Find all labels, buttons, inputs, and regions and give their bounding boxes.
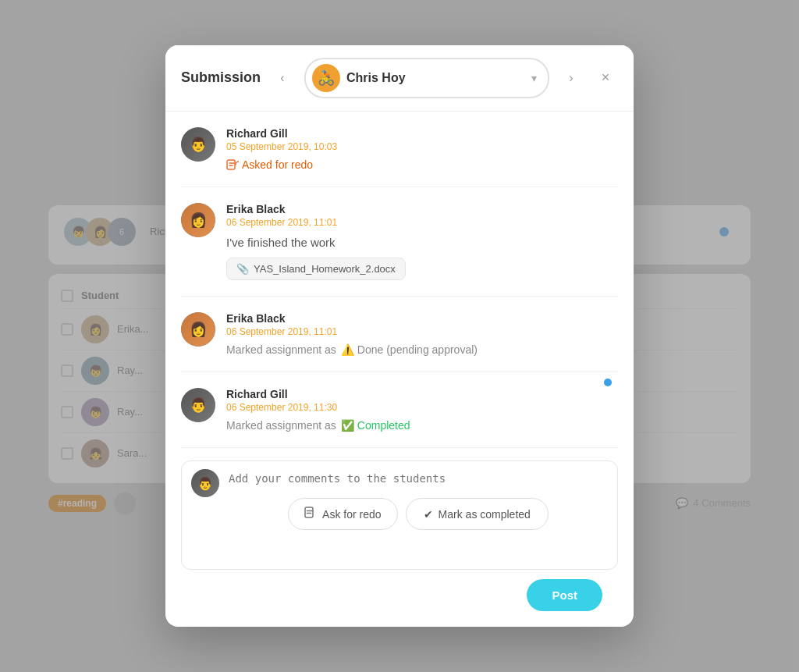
attachment-filename: YAS_Island_Homework_2.docx bbox=[254, 263, 396, 275]
message-entry-4: 👨 Richard Gill 06 September 2019, 11:30 … bbox=[181, 372, 618, 448]
close-modal-button[interactable]: × bbox=[593, 66, 618, 91]
attachment-chip[interactable]: 📎 YAS_Island_Homework_2.docx bbox=[226, 258, 406, 280]
msg-time-4: 06 September 2019, 11:30 bbox=[226, 402, 618, 413]
warning-icon: ⚠️ bbox=[341, 343, 354, 356]
status-redo-badge: Asked for redo bbox=[226, 158, 313, 171]
msg-status-4: Marked assignment as ✅ Completed bbox=[226, 419, 618, 432]
next-student-button[interactable]: › bbox=[559, 66, 584, 91]
status-completed-badge: ✅ Completed bbox=[341, 419, 410, 432]
msg-content-2: Erika Black 06 September 2019, 11:01 I'v… bbox=[226, 203, 618, 281]
check-icon: ✅ bbox=[341, 419, 354, 432]
msg-status-3: Marked assignment as ⚠️ Done (pending ap… bbox=[226, 343, 618, 356]
modal-footer: Post bbox=[181, 579, 618, 627]
message-entry-2: 👩 Erika Black 06 September 2019, 11:01 I… bbox=[181, 187, 618, 297]
modal-body: 👨 Richard Gill 05 September 2019, 10:03 … bbox=[165, 112, 634, 449]
student-selector[interactable]: 🚴 Chris Hoy ▾ bbox=[304, 58, 549, 98]
msg-content-3: Erika Black 06 September 2019, 11:01 Mar… bbox=[226, 312, 618, 356]
comment-input-wrapper: Ask for redo ✔ Mark as completed bbox=[229, 464, 608, 530]
mark-complete-button[interactable]: ✔ Mark as completed bbox=[406, 498, 549, 530]
comment-actions: Ask for redo ✔ Mark as completed bbox=[229, 498, 608, 530]
status-pending-badge: ⚠️ Done (pending approval) bbox=[341, 343, 478, 356]
chevron-left-icon: ‹ bbox=[280, 71, 284, 85]
msg-time-3: 06 September 2019, 11:01 bbox=[226, 326, 618, 337]
msg-text-2: I've finished the work bbox=[226, 234, 618, 252]
modal-bottom: 👨 Ask for redo bbox=[165, 448, 634, 627]
student-avatar: 🚴 bbox=[312, 64, 340, 92]
avatar-erika-2: 👩 bbox=[181, 312, 215, 347]
prev-student-button[interactable]: ‹ bbox=[270, 66, 295, 91]
svg-rect-0 bbox=[227, 160, 235, 169]
msg-time-1: 05 September 2019, 10:03 bbox=[226, 141, 618, 152]
modal-header: Submission ‹ 🚴 Chris Hoy ▾ › × bbox=[165, 45, 634, 112]
status-prefix-4: Marked assignment as bbox=[226, 419, 336, 432]
close-icon: × bbox=[602, 69, 610, 86]
avatar-richard-2: 👨 bbox=[181, 388, 215, 422]
complete-btn-label: Mark as completed bbox=[439, 508, 531, 521]
student-pill-left: 🚴 Chris Hoy bbox=[312, 64, 406, 92]
message-entry-3: 👩 Erika Black 06 September 2019, 11:01 M… bbox=[181, 297, 618, 372]
post-btn-label: Post bbox=[552, 588, 577, 602]
chevron-right-icon: › bbox=[569, 71, 573, 85]
post-button[interactable]: Post bbox=[527, 579, 602, 611]
redo-icon-btn bbox=[304, 507, 317, 519]
msg-sender-2: Erika Black bbox=[226, 203, 618, 215]
msg-content-4: Richard Gill 06 September 2019, 11:30 Ma… bbox=[226, 388, 618, 432]
ask-for-redo-button[interactable]: Ask for redo bbox=[288, 498, 397, 530]
modal-title: Submission bbox=[181, 69, 261, 86]
chevron-down-icon: ▾ bbox=[531, 72, 537, 84]
msg-sender-3: Erika Black bbox=[226, 312, 618, 325]
check-btn-icon: ✔ bbox=[424, 508, 433, 521]
modal-overlay: Submission ‹ 🚴 Chris Hoy ▾ › × bbox=[0, 0, 799, 672]
paperclip-icon: 📎 bbox=[236, 263, 249, 275]
msg-content-1: Richard Gill 05 September 2019, 10:03 As… bbox=[226, 127, 618, 171]
msg-time-2: 06 September 2019, 11:01 bbox=[226, 217, 618, 228]
comment-area[interactable]: 👨 Ask for redo bbox=[181, 460, 618, 570]
redo-btn-icon bbox=[304, 507, 317, 521]
submission-modal: Submission ‹ 🚴 Chris Hoy ▾ › × bbox=[165, 45, 634, 628]
message-entry-1: 👨 Richard Gill 05 September 2019, 10:03 … bbox=[181, 112, 618, 187]
commenter-avatar: 👨 bbox=[191, 469, 219, 497]
avatar-richard-1: 👨 bbox=[181, 127, 215, 162]
svg-rect-1 bbox=[305, 507, 313, 517]
status-prefix-3: Marked assignment as bbox=[226, 343, 336, 356]
redo-icon bbox=[226, 158, 239, 171]
msg-status-1: Asked for redo bbox=[226, 158, 618, 171]
msg-sender-4: Richard Gill bbox=[226, 388, 618, 400]
unread-dot bbox=[604, 379, 612, 386]
msg-sender-1: Richard Gill bbox=[226, 127, 618, 140]
avatar-erika-1: 👩 bbox=[181, 203, 215, 237]
student-name: Chris Hoy bbox=[346, 71, 406, 85]
redo-btn-label: Ask for redo bbox=[322, 508, 381, 521]
comment-input[interactable] bbox=[229, 464, 608, 487]
